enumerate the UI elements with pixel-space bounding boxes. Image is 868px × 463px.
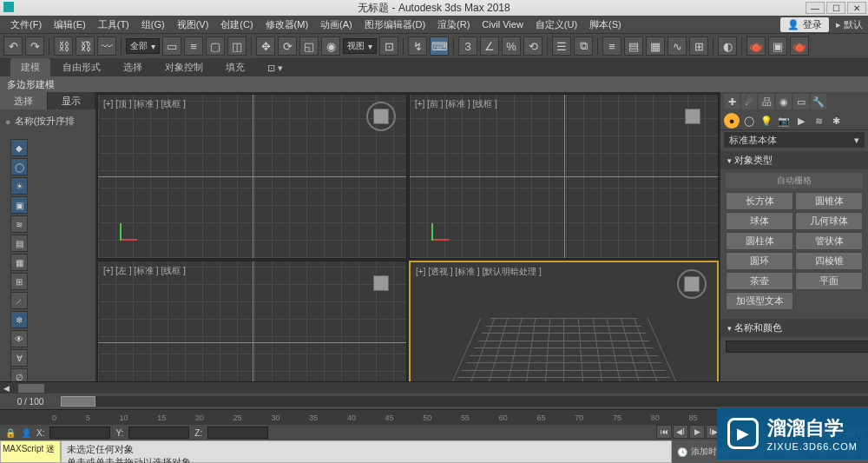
layer-explorer-button[interactable]: ▤ <box>624 36 643 56</box>
ribbon-overflow-icon[interactable]: ⊡ ▾ <box>257 60 293 76</box>
viewport-front-label[interactable]: [+] [前 ] [标准 ] [线框 ] <box>415 98 497 110</box>
cmd-motion-icon[interactable]: ◉ <box>776 94 792 109</box>
curve-editor-button[interactable]: ∿ <box>667 36 687 56</box>
redo-button[interactable]: ↷ <box>25 36 44 56</box>
btn-pyramid[interactable]: 四棱锥 <box>795 252 863 270</box>
percent-snap-button[interactable]: % <box>502 36 521 56</box>
selection-filter-dropdown[interactable]: 全部▾ <box>126 38 160 54</box>
menu-file[interactable]: 文件(F) <box>5 17 47 33</box>
cmd-display-icon[interactable]: ▭ <box>793 94 809 109</box>
keyboard-shortcut-toggle[interactable]: ⌨ <box>430 36 449 56</box>
align-button[interactable]: ≡ <box>602 36 621 56</box>
se-icon-hidden[interactable]: 👁 <box>10 330 28 347</box>
workspace-dropdown[interactable]: ▸ 默认 <box>836 18 863 31</box>
viewport-top[interactable]: [+] [顶 ] [标准 ] [线框 ] <box>97 94 407 259</box>
object-name-input[interactable] <box>726 341 868 353</box>
viewcube-left[interactable] <box>366 268 396 298</box>
link-button[interactable]: ⛓ <box>54 36 73 56</box>
btn-cylinder[interactable]: 圆柱体 <box>726 232 793 250</box>
ribbon-tab-selection[interactable]: 选择 <box>113 58 153 76</box>
viewcube-persp[interactable] <box>677 269 707 299</box>
viewcube-front[interactable] <box>678 102 707 131</box>
undo-button[interactable]: ↶ <box>3 36 23 56</box>
select-by-name-button[interactable]: ≡ <box>184 36 203 56</box>
time-slider-thumb[interactable] <box>61 396 95 407</box>
create-cameras-icon[interactable]: 📷 <box>776 113 792 129</box>
menu-group[interactable]: 组(G) <box>136 17 170 33</box>
close-button[interactable]: ✕ <box>847 2 866 14</box>
maxscript-listener[interactable]: MAXScript 迷 <box>0 440 61 463</box>
ribbon-tab-object-paint[interactable]: 对象控制 <box>155 58 214 76</box>
create-helpers-icon[interactable]: ▶ <box>793 113 809 129</box>
render-button[interactable]: 🫖 <box>790 36 809 56</box>
goto-start-button[interactable]: ⏮ <box>656 425 672 439</box>
ribbon-tab-populate[interactable]: 填充 <box>215 58 255 76</box>
btn-teapot[interactable]: 茶壶 <box>726 272 793 290</box>
time-slider[interactable] <box>61 396 868 407</box>
btn-torus[interactable]: 圆环 <box>726 252 793 270</box>
cmd-modify-icon[interactable]: ☄ <box>741 94 757 109</box>
play-button[interactable]: ▶ <box>689 425 705 439</box>
viewport-top-label[interactable]: [+] [顶 ] [标准 ] [线框 ] <box>103 98 186 110</box>
maximize-button[interactable]: ☐ <box>826 2 845 14</box>
material-editor-button[interactable]: ◐ <box>718 36 737 56</box>
ribbon-tab-freeform[interactable]: 自由形式 <box>52 58 111 76</box>
viewport-persp-label[interactable]: [+] [透视 ] [标准 ] [默认明暗处理 ] <box>416 266 542 278</box>
select-region-rect-button[interactable]: ▢ <box>206 36 225 56</box>
scene-tab-display[interactable]: 显示 <box>48 92 95 109</box>
se-icon-shapes[interactable]: ◯ <box>10 158 28 175</box>
menu-views[interactable]: 视图(V) <box>172 17 214 33</box>
minimize-button[interactable]: — <box>806 2 825 14</box>
prev-frame-button[interactable]: ◀Ⅰ <box>673 425 688 439</box>
scene-tab-select[interactable]: 选择 <box>0 92 48 109</box>
select-scale-button[interactable]: ◱ <box>299 36 319 56</box>
se-icon-frozen[interactable]: ❄ <box>10 311 28 328</box>
viewport-left-label[interactable]: [+] [左 ] [标准 ] [线框 ] <box>103 265 186 277</box>
se-icon-helpers[interactable]: ≋ <box>10 215 28 233</box>
btn-cone[interactable]: 圆锥体 <box>795 192 863 210</box>
menu-rendering[interactable]: 渲染(R) <box>432 17 475 33</box>
menu-modifiers[interactable]: 修改器(M) <box>260 17 314 33</box>
select-place-button[interactable]: ◉ <box>321 36 340 56</box>
menu-edit[interactable]: 编辑(E) <box>49 17 91 33</box>
pivot-center-button[interactable]: ⊡ <box>379 36 398 56</box>
create-systems-icon[interactable]: ✱ <box>828 113 844 129</box>
section-object-type[interactable]: 对象类型 <box>720 151 868 169</box>
menu-graph-editors[interactable]: 图形编辑器(D) <box>359 17 431 33</box>
spinner-snap-button[interactable]: ⟲ <box>523 36 542 56</box>
se-icon-spacewarps[interactable]: ▤ <box>10 235 28 252</box>
btn-tube[interactable]: 管状体 <box>795 232 863 250</box>
unlink-button[interactable]: ⛓̸ <box>76 36 95 56</box>
viewcube-top[interactable] <box>366 102 396 131</box>
login-button[interactable]: 👤登录 <box>780 17 829 32</box>
se-icon-all[interactable]: ∀ <box>10 349 28 367</box>
cmd-utilities-icon[interactable]: 🔧 <box>811 94 826 109</box>
render-setup-button[interactable]: 🫖 <box>746 36 766 56</box>
mirror-button[interactable]: ⧉ <box>574 36 593 56</box>
window-crossing-button[interactable]: ◫ <box>227 36 247 56</box>
section-name-color[interactable]: 名称和颜色 <box>720 319 868 337</box>
se-icon-geometry[interactable]: ◆ <box>10 139 28 156</box>
select-move-button[interactable]: ✥ <box>256 36 275 56</box>
coord-y-input[interactable] <box>128 427 189 439</box>
menu-tools[interactable]: 工具(T) <box>93 17 135 33</box>
coord-z-input[interactable] <box>207 427 268 439</box>
select-manipulate-button[interactable]: ↯ <box>408 36 427 56</box>
se-icon-groups[interactable]: ▦ <box>10 254 28 271</box>
btn-textplus[interactable]: 加强型文本 <box>726 292 793 310</box>
menu-animation[interactable]: 动画(A) <box>315 17 358 33</box>
autogrid-toggle[interactable]: 自动栅格 <box>726 173 863 189</box>
geometry-type-dropdown[interactable]: 标准基本体▾ <box>724 132 865 148</box>
create-shapes-icon[interactable]: ◯ <box>741 113 757 129</box>
menu-scripting[interactable]: 脚本(S) <box>584 17 627 33</box>
btn-geosphere[interactable]: 几何球体 <box>795 212 863 230</box>
se-icon-bone[interactable]: ⟋ <box>10 292 28 309</box>
se-icon-lights[interactable]: ☀ <box>10 177 28 195</box>
create-geometry-icon[interactable]: ● <box>724 113 740 129</box>
cmd-hierarchy-icon[interactable]: 品 <box>759 94 774 109</box>
ref-coord-dropdown[interactable]: 视图▾ <box>343 38 377 54</box>
viewport-hscrollbar[interactable]: ◀ <box>0 381 868 394</box>
create-spacewarps-icon[interactable]: ≋ <box>811 113 826 129</box>
add-time-tag-icon[interactable]: 🕓 <box>677 447 687 457</box>
btn-box[interactable]: 长方体 <box>726 192 793 210</box>
